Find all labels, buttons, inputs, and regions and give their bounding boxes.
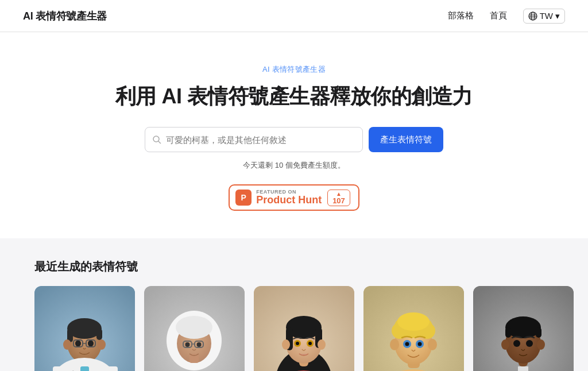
lang-selector[interactable]: TW ▾ bbox=[523, 9, 565, 24]
search-icon bbox=[152, 135, 161, 144]
svg-rect-71 bbox=[505, 327, 511, 338]
avatar-card-hijab[interactable] bbox=[144, 286, 245, 371]
svg-point-36 bbox=[197, 342, 202, 347]
ph-name-label: Product Hunt bbox=[256, 195, 322, 206]
hijab-avatar-image bbox=[144, 286, 245, 371]
avatar-card-doctor[interactable] bbox=[34, 286, 135, 371]
product-hunt-badge[interactable]: P FEATURED ON Product Hunt ▲ 107 bbox=[229, 184, 359, 211]
header: AI 表情符號產生器 部落格 首頁 TW ▾ bbox=[0, 0, 588, 32]
ph-badge-left: P FEATURED ON Product Hunt bbox=[235, 189, 322, 206]
avatar-card-woman[interactable] bbox=[254, 286, 354, 371]
globe-icon bbox=[528, 11, 537, 21]
doctor-avatar-image bbox=[34, 286, 135, 371]
svg-point-29 bbox=[176, 316, 212, 339]
woman-avatar-image bbox=[254, 286, 354, 371]
svg-rect-72 bbox=[536, 327, 541, 338]
svg-point-63 bbox=[405, 342, 409, 346]
man-vest-avatar-image bbox=[473, 286, 574, 371]
hero-subtitle: AI 表情符號產生器 bbox=[23, 64, 565, 75]
hero-section: AI 表情符號產生器 利用 AI 表情符號產生器釋放你的創造力 產生表情符號 今… bbox=[0, 32, 588, 238]
svg-point-56 bbox=[428, 339, 437, 350]
recent-title: 最近生成的表情符號 bbox=[34, 259, 554, 275]
header-nav: 部落格 首頁 TW ▾ bbox=[448, 9, 565, 24]
svg-point-49 bbox=[308, 342, 312, 345]
lang-label: TW bbox=[540, 11, 553, 21]
svg-line-6 bbox=[158, 141, 161, 144]
svg-point-17 bbox=[88, 340, 94, 346]
site-logo: AI 表情符號產生器 bbox=[23, 9, 107, 23]
ph-vote-count: 107 bbox=[332, 197, 345, 204]
search-wrapper bbox=[145, 127, 363, 152]
hero-title: 利用 AI 表情符號產生器釋放你的創造力 bbox=[23, 84, 565, 109]
svg-point-35 bbox=[185, 342, 190, 347]
emoji-grid bbox=[34, 286, 554, 371]
recent-section: 最近生成的表情符號 bbox=[0, 238, 588, 371]
ph-logo-icon: P bbox=[235, 190, 252, 206]
ph-votes-badge[interactable]: ▲ 107 bbox=[327, 190, 350, 206]
svg-point-74 bbox=[537, 339, 545, 350]
svg-point-55 bbox=[390, 339, 399, 350]
search-row: 產生表情符號 bbox=[23, 127, 565, 152]
svg-rect-13 bbox=[96, 329, 102, 340]
svg-point-15 bbox=[98, 339, 106, 350]
avatar-card-man-vest[interactable] bbox=[473, 286, 574, 371]
svg-point-75 bbox=[513, 340, 520, 347]
svg-point-45 bbox=[318, 339, 326, 350]
quota-text: 今天還剩 10 個免費產生額度。 bbox=[23, 160, 565, 171]
nav-blog[interactable]: 部落格 bbox=[448, 10, 474, 21]
nav-home[interactable]: 首頁 bbox=[490, 10, 507, 21]
svg-point-73 bbox=[501, 339, 509, 350]
svg-point-44 bbox=[282, 339, 290, 350]
chevron-down-icon: ▾ bbox=[555, 11, 560, 21]
svg-point-76 bbox=[526, 340, 533, 347]
generate-button[interactable]: 產生表情符號 bbox=[369, 127, 443, 152]
svg-point-60 bbox=[397, 312, 430, 331]
search-input[interactable] bbox=[166, 135, 355, 145]
svg-point-16 bbox=[75, 340, 81, 346]
svg-point-14 bbox=[63, 339, 71, 350]
blond-man-avatar-image bbox=[363, 286, 464, 371]
svg-point-48 bbox=[296, 342, 299, 345]
svg-point-64 bbox=[418, 342, 422, 346]
svg-rect-23 bbox=[80, 366, 89, 371]
svg-rect-67 bbox=[518, 366, 528, 371]
avatar-card-blond-man[interactable] bbox=[363, 286, 464, 371]
ph-text-block: FEATURED ON Product Hunt bbox=[256, 189, 322, 206]
